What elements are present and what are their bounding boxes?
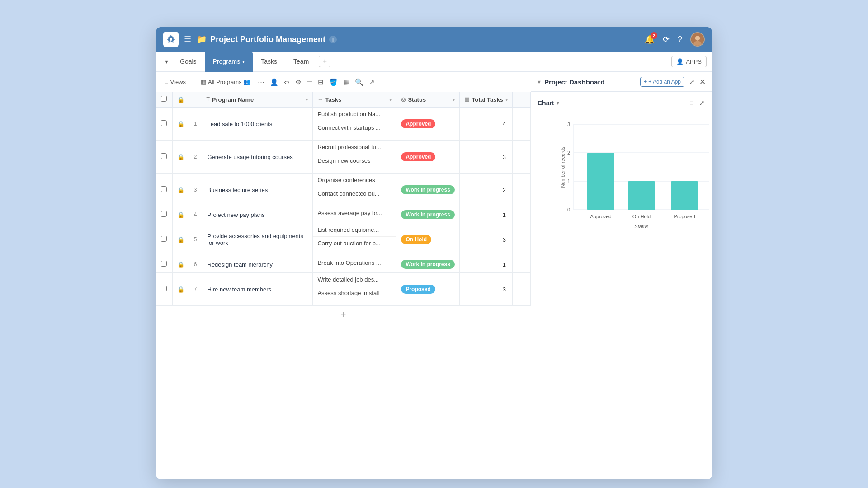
table-row: 🔒1Lead sale to 1000 clientsPublish produ… bbox=[156, 107, 531, 141]
row-checkbox[interactable] bbox=[161, 261, 167, 267]
row-num-header bbox=[189, 92, 202, 107]
total-tasks-cell: 2 bbox=[460, 174, 513, 206]
x-label-onhold: On Hold bbox=[632, 214, 651, 219]
user-icon[interactable]: 👤 bbox=[268, 76, 280, 88]
row-checkbox-cell bbox=[156, 256, 172, 273]
tab-tasks[interactable]: Tasks bbox=[253, 52, 285, 72]
tasks-type-icon: ↔ bbox=[317, 96, 323, 103]
program-name-cell[interactable]: Hire new team members bbox=[202, 273, 313, 306]
tasks-header[interactable]: ↔ Tasks ▾ bbox=[313, 92, 396, 107]
lock-cell: 🔒 bbox=[172, 174, 189, 206]
app-logo[interactable] bbox=[163, 32, 179, 47]
bucket-icon[interactable]: 🪣 bbox=[327, 76, 340, 88]
task-item[interactable]: Write detailed job des... bbox=[313, 273, 396, 286]
close-icon[interactable]: ✕ bbox=[699, 77, 706, 87]
header-actions: 🔔 2 ⟳ ? bbox=[645, 32, 705, 47]
task-item[interactable]: Publish product on Na... bbox=[313, 108, 396, 121]
export-icon[interactable]: ↗ bbox=[367, 76, 377, 88]
tab-team[interactable]: Team bbox=[285, 52, 317, 72]
menu-icon[interactable]: ☰ bbox=[184, 34, 191, 44]
tab-goals[interactable]: Goals bbox=[172, 52, 205, 72]
text-type-icon: T bbox=[207, 96, 210, 103]
notification-button[interactable]: 🔔 2 bbox=[645, 34, 655, 44]
collapse-icon[interactable]: ▾ bbox=[538, 78, 541, 85]
bar-chart: 3 2 1 0 Approved bbox=[560, 115, 712, 260]
program-name-cell[interactable]: Lead sale to 1000 clients bbox=[202, 107, 313, 141]
row-checkbox[interactable] bbox=[161, 286, 167, 291]
row-checkbox[interactable] bbox=[161, 153, 167, 159]
more-options-icon[interactable]: ⋯ bbox=[256, 76, 266, 88]
grid-icon: ▦ bbox=[201, 79, 206, 85]
apps-button[interactable]: 👤 APPS bbox=[671, 56, 707, 67]
all-programs-button[interactable]: ▦ All Programs 👥 bbox=[197, 77, 254, 87]
chart-type-button[interactable]: Chart ▾ bbox=[538, 99, 559, 107]
chart-fullscreen-icon[interactable]: ⤢ bbox=[698, 98, 706, 108]
row-checkbox-cell bbox=[156, 223, 172, 256]
table-row: 🔒6Redesign team hierarchyBreak into Oper… bbox=[156, 256, 531, 273]
settings-icon[interactable]: ⚙ bbox=[293, 76, 303, 88]
calendar-icon[interactable]: ▦ bbox=[341, 76, 351, 88]
header: ☰ 📁 Project Portfolio Management i 🔔 2 ⟳… bbox=[156, 27, 712, 52]
program-name-cell[interactable]: Project new pay plans bbox=[202, 206, 313, 223]
task-item[interactable]: Contact connected bu... bbox=[313, 187, 396, 200]
task-item[interactable]: Break into Operations ... bbox=[313, 256, 396, 269]
tab-bar: ▾ Goals Programs ▾ Tasks Team + 👤 APPS bbox=[156, 52, 712, 72]
link-icon[interactable]: ⇔ bbox=[282, 76, 292, 88]
lock-cell: 🔒 bbox=[172, 223, 189, 256]
task-item[interactable]: Organise conferences bbox=[313, 174, 396, 187]
main-content: ≡ Views ▦ All Programs 👥 ⋯ 👤 ⇔ ⚙ ☰ ⊟ 🪣 ▦… bbox=[156, 72, 712, 479]
info-icon[interactable]: i bbox=[329, 36, 337, 43]
add-row-button[interactable]: + bbox=[156, 306, 531, 324]
help-button[interactable]: ? bbox=[678, 35, 682, 44]
user-avatar[interactable] bbox=[690, 32, 705, 47]
program-name-label: Program Name bbox=[212, 96, 254, 103]
table-header-row: 🔒 T Program Name ▾ bbox=[156, 92, 531, 107]
task-item[interactable]: Carry out auction for b... bbox=[313, 237, 396, 250]
folder-icon: 📁 bbox=[197, 34, 207, 44]
select-all-checkbox[interactable] bbox=[161, 96, 167, 102]
lock-cell: 🔒 bbox=[172, 256, 189, 273]
program-name-cell[interactable]: Redesign team hierarchy bbox=[202, 256, 313, 273]
history-button[interactable]: ⟳ bbox=[663, 34, 670, 44]
status-header[interactable]: ◎ Status ▾ bbox=[396, 92, 460, 107]
add-tab-button[interactable]: + bbox=[319, 56, 330, 67]
task-item[interactable]: Assess shortage in staff bbox=[313, 286, 396, 300]
task-item[interactable]: Assess average pay br... bbox=[313, 206, 396, 220]
task-item[interactable]: List required equipme... bbox=[313, 223, 396, 237]
tab-dropdown[interactable]: ▾ bbox=[161, 58, 172, 65]
bar-approved bbox=[587, 153, 614, 210]
total-tasks-header[interactable]: ▦ Total Tasks ▾ bbox=[460, 92, 513, 107]
search-icon[interactable]: 🔍 bbox=[353, 76, 365, 88]
row-checkbox[interactable] bbox=[161, 236, 167, 242]
views-button[interactable]: ≡ Views bbox=[161, 77, 189, 87]
svg-text:2: 2 bbox=[567, 150, 570, 155]
total-sort-icon[interactable]: ▾ bbox=[505, 97, 508, 102]
program-name-cell[interactable]: Business lecture series bbox=[202, 174, 313, 206]
row-checkbox[interactable] bbox=[161, 211, 167, 217]
task-item[interactable]: Recruit professional tu... bbox=[313, 141, 396, 154]
list-icon[interactable]: ☰ bbox=[305, 76, 314, 88]
chart-settings-icon[interactable]: ≡ bbox=[689, 98, 694, 108]
task-item[interactable]: Design new courses bbox=[313, 154, 396, 167]
row-checkbox[interactable] bbox=[161, 186, 167, 192]
add-app-label: + Add an App bbox=[648, 79, 681, 85]
program-name-header[interactable]: T Program Name ▾ bbox=[202, 92, 313, 107]
status-sort-icon[interactable]: ▾ bbox=[453, 97, 455, 102]
lock-cell: 🔒 bbox=[172, 206, 189, 223]
tasks-cell: Break into Operations ... bbox=[313, 256, 396, 273]
tasks-sort-icon[interactable]: ▾ bbox=[389, 97, 392, 102]
table-body: 🔒1Lead sale to 1000 clientsPublish produ… bbox=[156, 107, 531, 306]
add-app-button[interactable]: + + Add an App bbox=[640, 77, 684, 87]
expand-icon[interactable]: ⤢ bbox=[688, 77, 696, 87]
row-checkbox[interactable] bbox=[161, 120, 167, 126]
tab-programs[interactable]: Programs ▾ bbox=[205, 52, 253, 72]
sort-icon[interactable]: ▾ bbox=[306, 97, 308, 102]
table-row: 🔒2Generate usage tutoring coursesRecruit… bbox=[156, 141, 531, 174]
program-name-cell[interactable]: Generate usage tutoring courses bbox=[202, 141, 313, 174]
filter-icon[interactable]: ⊟ bbox=[316, 76, 326, 88]
program-name-cell[interactable]: Provide accessories and equipments for w… bbox=[202, 223, 313, 256]
chart-toolbar-right: ≡ ⤢ bbox=[689, 98, 706, 108]
title-text: Project Portfolio Management bbox=[210, 35, 326, 44]
task-item[interactable]: Connect with startups ... bbox=[313, 121, 396, 134]
checkbox-header[interactable] bbox=[156, 92, 172, 107]
